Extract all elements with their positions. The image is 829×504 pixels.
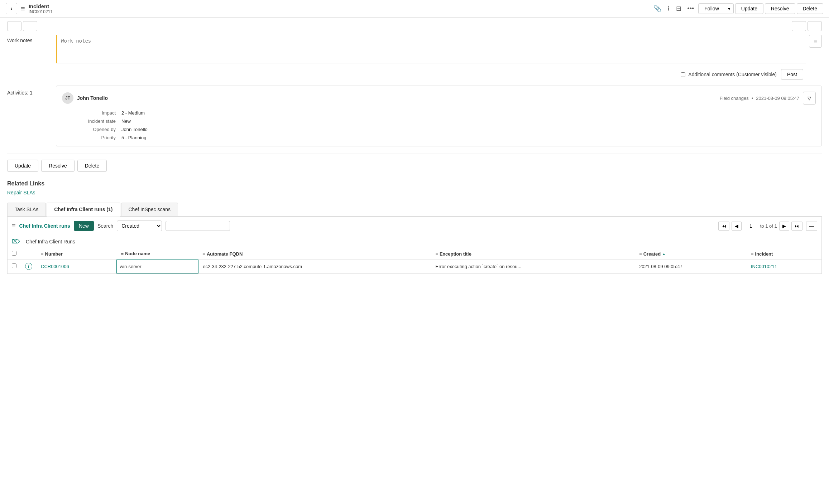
table-row: i CCR0001006 win-server ec2-34-232-227-5… [8, 260, 821, 273]
tabs: Task SLAsChef Infra Client runs (1)Chef … [7, 203, 822, 217]
col-created-icon: ≡ [639, 251, 642, 257]
activity-field-value: New [121, 118, 816, 124]
table-toolbar: ≡ Chef Infra Client runs New Search Crea… [8, 217, 821, 235]
bottom-delete-button[interactable]: Delete [77, 160, 107, 172]
activity-field-label: Opened by [62, 127, 116, 132]
table-icon-row: ⌦ Chef Infra Client Runs [8, 235, 821, 248]
sort-ascending-icon: ▲ [662, 252, 666, 256]
tabs-container: Task SLAsChef Infra Client runs (1)Chef … [7, 203, 822, 217]
col-number: ≡ Number [37, 248, 117, 260]
delete-button[interactable]: Delete [797, 3, 823, 14]
col-exception-title-label: Exception title [440, 251, 471, 257]
page-info: to 1 of 1 [760, 223, 777, 229]
tab-chef-inspec[interactable]: Chef InSpec scans [121, 203, 178, 216]
work-notes-action-button[interactable]: ≡ [809, 35, 822, 48]
main-content: Work notes ≡ Additional comments (Custom… [0, 18, 829, 274]
row-number-link[interactable]: CCR0001006 [41, 264, 69, 269]
prev-page-button[interactable]: ◀ [732, 222, 742, 231]
table-title: Chef Infra Client runs [19, 223, 70, 229]
follow-dropdown-button[interactable]: ▾ [725, 4, 733, 14]
follow-button[interactable]: Follow [699, 4, 724, 14]
header-icons: 📎 ⌇ ⊟ ••• [653, 5, 694, 13]
follow-btn-group: Follow ▾ [698, 3, 733, 14]
col-automate-fqdn: ≡ Automate FQDN [198, 248, 431, 260]
table-header-row: ≡ Number ≡ Node name ≡ Automate FQ [8, 248, 821, 260]
row-info-cell: i [21, 260, 37, 273]
tab-chef-infra[interactable]: Chef Infra Client runs (1) [47, 203, 120, 217]
work-notes-input[interactable] [56, 35, 806, 63]
row-created-cell: 2021-08-09 09:05:47 [635, 260, 747, 273]
col-created-label: Created [643, 251, 661, 257]
update-button[interactable]: Update [735, 3, 763, 14]
activity-field-value: John Tonello [121, 127, 816, 132]
activity-card: JT John Tonello Field changes • 2021-08-… [56, 86, 822, 146]
back-button[interactable]: ‹ [6, 3, 17, 14]
pagination: ⏮ ◀ to 1 of 1 ▶ ⏭ [718, 222, 802, 231]
pulse-icon[interactable]: ⌇ [667, 5, 670, 13]
nav-btn-4[interactable] [808, 21, 822, 31]
activities-section: Activities: 1 JT John Tonello Field chan… [7, 86, 822, 146]
activity-filter-button[interactable]: ▽ [803, 92, 816, 105]
more-icon[interactable]: ••• [687, 5, 694, 13]
resolve-button[interactable]: Resolve [765, 3, 795, 14]
bottom-update-button[interactable]: Update [7, 160, 38, 172]
activity-fields: Impact2 - MediumIncident stateNewOpened … [62, 110, 816, 140]
info-icon[interactable]: i [25, 263, 32, 270]
activity-header: JT John Tonello Field changes • 2021-08-… [62, 92, 816, 105]
data-table: ≡ Number ≡ Node name ≡ Automate FQ [8, 248, 821, 273]
col-info [21, 248, 37, 260]
additional-comments-checkbox[interactable] [681, 72, 685, 77]
table-section: ≡ Chef Infra Client runs New Search Crea… [7, 217, 822, 274]
activity-field-label: Incident state [62, 118, 116, 124]
select-all-checkbox[interactable] [12, 251, 16, 256]
col-checkbox [8, 248, 21, 260]
related-links-section: Related Links Repair SLAs [7, 178, 822, 197]
last-page-button[interactable]: ⏭ [791, 222, 802, 231]
search-input[interactable] [166, 221, 230, 231]
table-hamburger-icon[interactable]: ≡ [12, 222, 16, 230]
first-page-button[interactable]: ⏮ [718, 222, 729, 231]
nav-btn-3[interactable] [792, 21, 806, 31]
nav-btn-1[interactable] [7, 21, 21, 31]
row-checkbox-cell [8, 260, 21, 273]
activity-field-label: Priority [62, 135, 116, 140]
avatar: JT [62, 92, 73, 104]
post-button[interactable]: Post [781, 69, 803, 80]
col-number-icon: ≡ [41, 251, 44, 257]
collapse-button[interactable]: — [806, 222, 817, 231]
header-actions: Follow ▾ Update Resolve Delete [698, 3, 823, 14]
col-node-name: ≡ Node name [117, 248, 198, 260]
incident-number: INC0010211 [29, 9, 53, 14]
col-automate-fqdn-label: Automate FQDN [207, 251, 243, 257]
activity-field-value: 2 - Medium [121, 110, 816, 116]
additional-comments-label: Additional comments (Customer visible) [681, 72, 777, 77]
tab-task-slas[interactable]: Task SLAs [7, 203, 46, 216]
next-page-button[interactable]: ▶ [779, 222, 789, 231]
repair-slas-link[interactable]: Repair SLAs [7, 190, 35, 195]
nav-btn-2[interactable] [23, 21, 37, 31]
paperclip-icon[interactable]: 📎 [653, 5, 661, 13]
hamburger-icon[interactable]: ≡ [21, 5, 25, 13]
col-incident: ≡ Incident [747, 248, 821, 260]
col-number-label: Number [45, 251, 63, 257]
work-notes-label: Work notes [7, 35, 50, 43]
related-links-title: Related Links [7, 180, 822, 187]
table-filter-icon[interactable]: ⌦ [12, 238, 20, 245]
activity-field-label: Impact [62, 110, 116, 116]
row-incident-link[interactable]: INC0010211 [751, 264, 777, 269]
row-checkbox[interactable] [12, 263, 16, 268]
page-header: ‹ ≡ Incident INC0010211 📎 ⌇ ⊟ ••• Follow… [0, 0, 829, 18]
top-nav-partial [7, 18, 822, 35]
search-field-select[interactable]: CreatedNumberNode nameException title [117, 220, 162, 231]
bottom-resolve-button[interactable]: Resolve [41, 160, 75, 172]
page-input[interactable] [744, 222, 758, 230]
new-button[interactable]: New [74, 221, 94, 231]
comments-row: Additional comments (Customer visible) P… [7, 69, 822, 80]
col-incident-label: Incident [755, 251, 773, 257]
sliders-icon[interactable]: ⊟ [676, 5, 681, 13]
activities-label: Activities: 1 [7, 86, 50, 96]
col-exception-title: ≡ Exception title [431, 248, 635, 260]
col-created: ≡ Created ▲ [635, 248, 747, 260]
search-label: Search [97, 223, 113, 229]
bottom-actions: Update Resolve Delete [7, 154, 822, 178]
